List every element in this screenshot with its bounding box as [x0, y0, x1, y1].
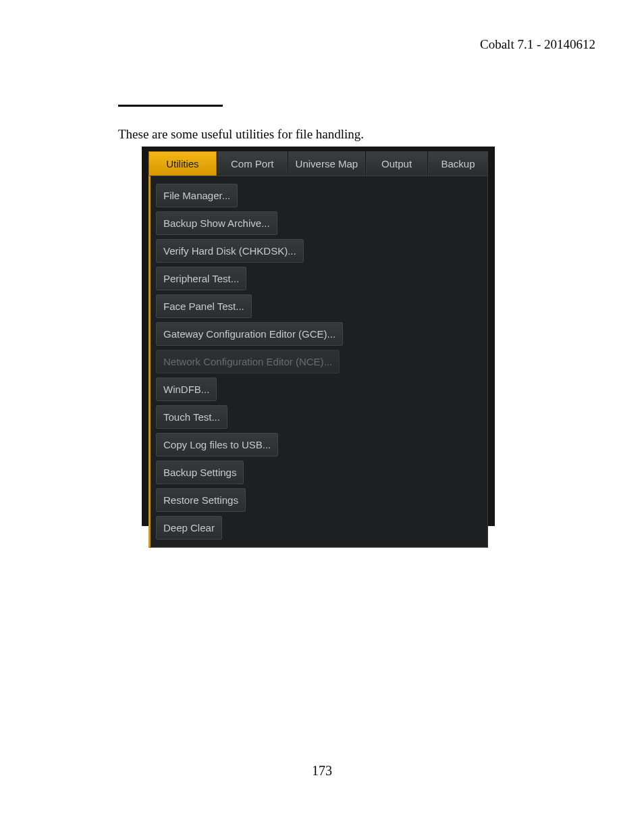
item-gateway-config-editor[interactable]: Gateway Configuration Editor (GCE)... — [156, 322, 343, 346]
tab-utilities[interactable]: Utilities — [149, 151, 217, 176]
intro-text: These are some useful utilities for file… — [118, 127, 364, 142]
item-deep-clear[interactable]: Deep Clear — [156, 516, 222, 540]
item-file-manager[interactable]: File Manager... — [156, 184, 238, 207]
item-restore-settings[interactable]: Restore Settings — [156, 488, 246, 512]
item-face-panel-test[interactable]: Face Panel Test... — [156, 294, 252, 318]
utilities-panel: Utilities Com Port Universe Map Output B… — [142, 147, 495, 526]
tab-output[interactable]: Output — [366, 151, 427, 176]
item-touch-test[interactable]: Touch Test... — [156, 405, 227, 429]
page-number: 173 — [0, 763, 644, 779]
item-peripheral-test[interactable]: Peripheral Test... — [156, 267, 246, 290]
tab-com-port[interactable]: Com Port — [217, 151, 288, 176]
horizontal-rule — [118, 105, 223, 107]
tab-content: File Manager... Backup Show Archive... V… — [149, 176, 488, 548]
item-network-config-editor: Network Configuration Editor (NCE)... — [156, 350, 340, 373]
tab-bar: Utilities Com Port Universe Map Output B… — [142, 147, 495, 176]
tab-backup[interactable]: Backup — [428, 151, 488, 176]
item-backup-settings[interactable]: Backup Settings — [156, 461, 244, 484]
item-verify-hard-disk[interactable]: Verify Hard Disk (CHKDSK)... — [156, 239, 304, 263]
item-windfb[interactable]: WinDFB... — [156, 377, 217, 401]
item-backup-show-archive[interactable]: Backup Show Archive... — [156, 211, 277, 235]
item-copy-log-files[interactable]: Copy Log files to USB... — [156, 433, 278, 457]
tab-universe-map[interactable]: Universe Map — [288, 151, 366, 176]
doc-header: Cobalt 7.1 - 20140612 — [480, 37, 595, 52]
